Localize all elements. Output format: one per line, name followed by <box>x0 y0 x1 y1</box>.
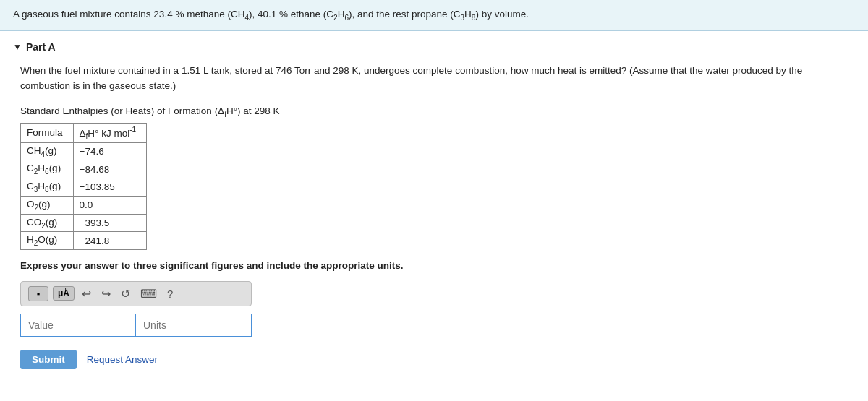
enthalpy-cell: 0.0 <box>73 196 147 214</box>
table-row: O2(g) 0.0 <box>21 196 147 214</box>
enthalpies-table: Formula ΔfH° kJ mol-1 CH4(g) −74.6 C2H6(… <box>20 123 147 250</box>
table-row: H2O(g) −241.8 <box>21 232 147 250</box>
formula-cell: C2H6(g) <box>21 160 74 178</box>
submit-row: Submit Request Answer <box>20 350 848 369</box>
table-caption: Standard Enthalpies (or Heats) of Format… <box>20 105 848 118</box>
request-answer-link[interactable]: Request Answer <box>87 354 158 365</box>
undo-button[interactable]: ↩ <box>79 285 94 302</box>
keyboard-button[interactable]: ⌨ <box>137 285 160 302</box>
table-row: C2H6(g) −84.68 <box>21 160 147 178</box>
block-icon: ▪ <box>37 288 41 299</box>
collapse-chevron[interactable]: ▼ <box>13 42 22 52</box>
refresh-button[interactable]: ↺ <box>118 285 133 302</box>
question-mark-icon: ? <box>167 288 173 300</box>
table-row: CH4(g) −74.6 <box>21 142 147 160</box>
units-input[interactable] <box>136 314 252 337</box>
answer-toolbar: ▪ μÅ ↩ ↪ ↺ ⌨ ? <box>20 281 252 306</box>
table-row: C3H8(g) −103.85 <box>21 178 147 197</box>
enthalpy-cell: −84.68 <box>73 160 147 178</box>
submit-button[interactable]: Submit <box>20 350 77 369</box>
enthalpy-cell: −241.8 <box>73 232 147 250</box>
formula-cell: H2O(g) <box>21 232 74 250</box>
express-instructions: Express your answer to three significant… <box>20 260 848 271</box>
mu-icon: μÅ <box>58 288 69 298</box>
formula-cell: CO2(g) <box>21 214 74 232</box>
part-label: Part A <box>26 41 56 53</box>
problem-banner: A gaseous fuel mixture contains 23.4 % m… <box>0 0 868 31</box>
mu-button[interactable]: μÅ <box>53 286 75 301</box>
answer-input-row <box>20 314 252 337</box>
formula-cell: C3H8(g) <box>21 178 74 197</box>
formula-cell: O2(g) <box>21 196 74 214</box>
col-header-enthalpy: ΔfH° kJ mol-1 <box>73 123 147 142</box>
part-a-section: ▼ Part A When the fuel mixture contained… <box>0 31 868 369</box>
col-header-formula: Formula <box>21 123 74 142</box>
format-button[interactable]: ▪ <box>28 286 48 301</box>
value-input[interactable] <box>20 314 136 337</box>
part-header: ▼ Part A <box>13 41 855 53</box>
banner-text: A gaseous fuel mixture contains 23.4 % m… <box>13 9 529 20</box>
question-text: When the fuel mixture contained in a 1.5… <box>20 63 848 94</box>
redo-icon: ↪ <box>101 288 111 300</box>
undo-icon: ↩ <box>82 288 91 300</box>
keyboard-icon: ⌨ <box>140 288 157 300</box>
enthalpy-cell: −74.6 <box>73 142 147 160</box>
part-body: When the fuel mixture contained in a 1.5… <box>13 63 855 369</box>
formula-cell: CH4(g) <box>21 142 74 160</box>
enthalpy-cell: −393.5 <box>73 214 147 232</box>
redo-button[interactable]: ↪ <box>98 285 114 302</box>
table-row: CO2(g) −393.5 <box>21 214 147 232</box>
enthalpy-cell: −103.85 <box>73 178 147 197</box>
help-button[interactable]: ? <box>164 286 176 301</box>
refresh-icon: ↺ <box>121 288 130 300</box>
